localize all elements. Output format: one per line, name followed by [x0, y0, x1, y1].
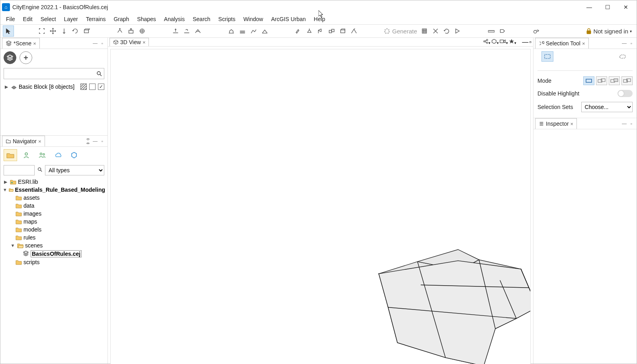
scene-tab[interactable]: *Scene ×: [2, 38, 40, 49]
tool-e3[interactable]: [441, 25, 452, 37]
disable-highlight-toggle[interactable]: [617, 90, 633, 97]
menu-graph[interactable]: Graph: [109, 15, 133, 23]
tool-a2[interactable]: [125, 25, 137, 37]
selection-sets-select[interactable]: Choose...: [581, 102, 633, 112]
close-button[interactable]: ✕: [617, 0, 635, 14]
nav-folder-assets[interactable]: assets: [3, 194, 105, 202]
scene-search[interactable]: [4, 68, 104, 79]
nav-folder-scripts[interactable]: scripts: [3, 258, 105, 266]
tool-b1[interactable]: [170, 25, 181, 37]
navigator-filter-input[interactable]: [4, 165, 35, 175]
link-button[interactable]: [84, 138, 92, 145]
mode-add-button[interactable]: [596, 76, 607, 85]
view-render-dropdown[interactable]: ▾: [491, 39, 499, 46]
signin-button[interactable]: Not signed in ▾: [584, 28, 634, 35]
maximize-panel-button[interactable]: ▫: [628, 40, 635, 47]
menu-arcgis-urban[interactable]: ArcGIS Urban: [267, 15, 310, 23]
tool-e1[interactable]: [419, 25, 430, 37]
scene-layer-row[interactable]: ▶ Basic Block [8 objects]: [4, 82, 104, 91]
rotate-tool-button[interactable]: [70, 25, 81, 37]
close-icon[interactable]: ×: [143, 39, 146, 45]
close-icon[interactable]: ×: [571, 121, 574, 127]
layer-lock-toggle[interactable]: [80, 84, 87, 90]
chevron-down-icon[interactable]: ▼: [10, 243, 16, 248]
add-layer-button[interactable]: [20, 51, 32, 64]
tool-a3[interactable]: [137, 25, 148, 37]
menu-layer[interactable]: Layer: [60, 15, 82, 23]
minimize-panel-button[interactable]: —: [92, 138, 99, 145]
view-share-dropdown[interactable]: ▾: [483, 39, 490, 46]
layer-visible-toggle[interactable]: [98, 84, 104, 90]
minimize-panel-button[interactable]: —: [92, 40, 99, 47]
nav-user-button[interactable]: [20, 149, 33, 161]
nav-portal-button[interactable]: [67, 149, 81, 161]
chevron-right-icon[interactable]: ▶: [3, 179, 8, 185]
viewport-3d[interactable]: [110, 49, 531, 364]
tag-tool-button[interactable]: [497, 25, 508, 37]
scene-search-input[interactable]: [6, 70, 96, 77]
tool-d1[interactable]: [293, 25, 304, 37]
nav-item-esri[interactable]: ▶ ESRI.lib: [3, 178, 105, 186]
nav-folder-data[interactable]: data: [3, 202, 105, 210]
menu-file[interactable]: File: [2, 15, 19, 23]
select-tool-button[interactable]: [3, 25, 14, 37]
menu-select[interactable]: Select: [37, 15, 60, 23]
lighting-button[interactable]: [530, 25, 541, 37]
measure-tool-button[interactable]: [486, 25, 497, 37]
minimize-panel-button[interactable]: —: [522, 39, 528, 46]
tool-a1[interactable]: [114, 25, 125, 37]
inspector-tab[interactable]: Inspector ×: [535, 118, 577, 129]
layer-color-toggle[interactable]: [89, 84, 96, 90]
mode-intersect-button[interactable]: [621, 76, 633, 85]
tool-e2[interactable]: [430, 25, 441, 37]
maximize-panel-button[interactable]: ▫: [99, 40, 106, 47]
tool-c2[interactable]: [237, 25, 248, 37]
mode-replace-button[interactable]: [583, 76, 594, 85]
layers-view-button[interactable]: [4, 51, 16, 64]
selection-tab[interactable]: Selection Tool ×: [535, 38, 589, 49]
tool-b3[interactable]: [192, 25, 203, 37]
tool-d3[interactable]: [315, 25, 326, 37]
menu-edit[interactable]: Edit: [19, 15, 37, 23]
tool-d6[interactable]: [348, 25, 360, 37]
nav-local-button[interactable]: [4, 149, 17, 161]
nav-item-project[interactable]: ▼ Essentials_Rule_Based_Modeling: [3, 186, 105, 194]
navigator-tab[interactable]: Navigator ×: [2, 136, 45, 146]
transform-tool-button[interactable]: [81, 25, 92, 37]
view3d-tab[interactable]: 3D View ×: [109, 38, 149, 46]
view-bookmark-dropdown[interactable]: ▾: [509, 39, 516, 46]
close-icon[interactable]: ×: [33, 41, 36, 47]
nav-folder-images[interactable]: images: [3, 210, 105, 218]
maximize-panel-button[interactable]: ▫: [529, 39, 531, 46]
menu-help[interactable]: Help: [310, 15, 329, 23]
menu-search[interactable]: Search: [189, 15, 214, 23]
menu-terrains[interactable]: Terrains: [82, 15, 110, 23]
lasso-select-button[interactable]: [617, 51, 629, 62]
generate-button[interactable]: Generate: [382, 25, 419, 37]
mode-subtract-button[interactable]: [609, 76, 620, 85]
minimize-panel-button[interactable]: —: [621, 120, 628, 127]
chevron-down-icon[interactable]: ▼: [3, 187, 7, 192]
nav-cloud-button[interactable]: [51, 149, 65, 161]
tool-c1[interactable]: [226, 25, 237, 37]
menu-window[interactable]: Window: [239, 15, 267, 23]
tool-d4[interactable]: [326, 25, 337, 37]
tool-d5[interactable]: [337, 25, 348, 37]
nav-folder-maps[interactable]: maps: [3, 218, 105, 226]
frame-button[interactable]: [36, 25, 47, 37]
view-camera-dropdown[interactable]: ▾: [500, 39, 508, 46]
maximize-button[interactable]: ☐: [598, 0, 617, 14]
menu-scripts[interactable]: Scripts: [214, 15, 239, 23]
close-icon[interactable]: ×: [582, 41, 585, 47]
tool-c4[interactable]: [259, 25, 270, 37]
tool-d2[interactable]: [304, 25, 315, 37]
nav-folder-rules[interactable]: rules: [3, 234, 105, 241]
close-icon[interactable]: ×: [38, 138, 41, 144]
tool-e4[interactable]: [452, 25, 463, 37]
nav-file-scene[interactable]: BasicsOfRules.cej: [3, 249, 105, 258]
tool-c3[interactable]: [248, 25, 259, 37]
nav-groups-button[interactable]: [35, 149, 49, 161]
menu-analysis[interactable]: Analysis: [160, 15, 189, 23]
navigator-type-select[interactable]: All types: [45, 165, 104, 175]
scale-tool-button[interactable]: [59, 25, 70, 37]
